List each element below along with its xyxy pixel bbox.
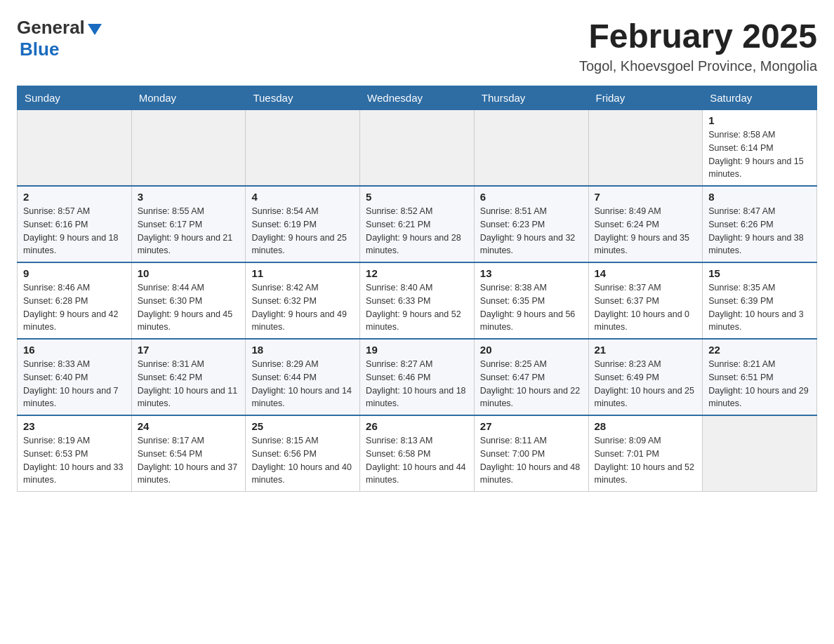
month-title: February 2025 <box>579 17 817 55</box>
day-info: Sunrise: 8:23 AMSunset: 6:49 PMDaylight:… <box>595 358 697 410</box>
calendar-cell: 22Sunrise: 8:21 AMSunset: 6:51 PMDayligh… <box>703 339 817 415</box>
day-info: Sunrise: 8:40 AMSunset: 6:33 PMDaylight:… <box>366 281 468 334</box>
day-number: 10 <box>138 267 240 279</box>
day-number: 12 <box>366 267 468 279</box>
day-info: Sunrise: 8:31 AMSunset: 6:42 PMDaylight:… <box>138 358 240 410</box>
calendar-cell: 20Sunrise: 8:25 AMSunset: 6:47 PMDayligh… <box>474 339 588 415</box>
calendar-cell: 27Sunrise: 8:11 AMSunset: 7:00 PMDayligh… <box>474 415 588 492</box>
day-info: Sunrise: 8:19 AMSunset: 6:53 PMDaylight:… <box>23 434 126 487</box>
weekday-header-thursday: Thursday <box>474 86 588 110</box>
day-info: Sunrise: 8:35 AMSunset: 6:39 PMDaylight:… <box>708 281 811 334</box>
day-number: 5 <box>366 191 468 203</box>
calendar-cell <box>18 110 132 187</box>
calendar-cell: 6Sunrise: 8:51 AMSunset: 6:23 PMDaylight… <box>474 186 588 262</box>
day-number: 1 <box>708 114 811 126</box>
day-info: Sunrise: 8:47 AMSunset: 6:26 PMDaylight:… <box>708 205 811 257</box>
calendar-cell: 16Sunrise: 8:33 AMSunset: 6:40 PMDayligh… <box>18 339 132 415</box>
day-number: 15 <box>708 267 811 279</box>
calendar-cell: 28Sunrise: 8:09 AMSunset: 7:01 PMDayligh… <box>588 415 703 492</box>
day-info: Sunrise: 8:46 AMSunset: 6:28 PMDaylight:… <box>23 281 126 334</box>
weekday-header-friday: Friday <box>588 86 703 110</box>
day-info: Sunrise: 8:37 AMSunset: 6:37 PMDaylight:… <box>595 281 697 334</box>
day-number: 3 <box>138 191 240 203</box>
day-info: Sunrise: 8:38 AMSunset: 6:35 PMDaylight:… <box>480 281 583 334</box>
calendar-cell <box>360 110 475 187</box>
day-info: Sunrise: 8:44 AMSunset: 6:30 PMDaylight:… <box>138 281 240 334</box>
weekday-header-wednesday: Wednesday <box>360 86 475 110</box>
calendar-cell: 26Sunrise: 8:13 AMSunset: 6:58 PMDayligh… <box>360 415 475 492</box>
logo: General Blue <box>17 17 102 60</box>
calendar-week-row: 1Sunrise: 8:58 AMSunset: 6:14 PMDaylight… <box>18 110 817 187</box>
calendar-cell: 21Sunrise: 8:23 AMSunset: 6:49 PMDayligh… <box>588 339 703 415</box>
day-info: Sunrise: 8:27 AMSunset: 6:46 PMDaylight:… <box>366 358 468 410</box>
weekday-header-tuesday: Tuesday <box>246 86 360 110</box>
day-info: Sunrise: 8:21 AMSunset: 6:51 PMDaylight:… <box>708 358 811 410</box>
calendar-cell: 23Sunrise: 8:19 AMSunset: 6:53 PMDayligh… <box>18 415 132 492</box>
calendar-week-row: 9Sunrise: 8:46 AMSunset: 6:28 PMDaylight… <box>18 262 817 339</box>
calendar-cell: 13Sunrise: 8:38 AMSunset: 6:35 PMDayligh… <box>474 262 588 339</box>
day-info: Sunrise: 8:29 AMSunset: 6:44 PMDaylight:… <box>251 358 354 410</box>
calendar-cell: 3Sunrise: 8:55 AMSunset: 6:17 PMDaylight… <box>131 186 246 262</box>
calendar-cell: 7Sunrise: 8:49 AMSunset: 6:24 PMDaylight… <box>588 186 703 262</box>
calendar-cell: 18Sunrise: 8:29 AMSunset: 6:44 PMDayligh… <box>246 339 360 415</box>
weekday-header-saturday: Saturday <box>703 86 817 110</box>
day-number: 28 <box>595 420 697 432</box>
logo-triangle-icon <box>88 24 102 35</box>
calendar-cell: 2Sunrise: 8:57 AMSunset: 6:16 PMDaylight… <box>18 186 132 262</box>
calendar-cell: 14Sunrise: 8:37 AMSunset: 6:37 PMDayligh… <box>588 262 703 339</box>
day-info: Sunrise: 8:57 AMSunset: 6:16 PMDaylight:… <box>23 205 126 257</box>
calendar-cell: 10Sunrise: 8:44 AMSunset: 6:30 PMDayligh… <box>131 262 246 339</box>
title-section: February 2025 Togol, Khoevsgoel Province… <box>579 17 817 74</box>
day-info: Sunrise: 8:54 AMSunset: 6:19 PMDaylight:… <box>251 205 354 257</box>
weekday-header-row: SundayMondayTuesdayWednesdayThursdayFrid… <box>18 86 817 110</box>
day-number: 2 <box>23 191 126 203</box>
calendar-cell: 4Sunrise: 8:54 AMSunset: 6:19 PMDaylight… <box>246 186 360 262</box>
calendar-cell <box>474 110 588 187</box>
day-number: 25 <box>251 420 354 432</box>
calendar-cell: 12Sunrise: 8:40 AMSunset: 6:33 PMDayligh… <box>360 262 475 339</box>
day-number: 27 <box>480 420 583 432</box>
day-info: Sunrise: 8:52 AMSunset: 6:21 PMDaylight:… <box>366 205 468 257</box>
calendar-week-row: 2Sunrise: 8:57 AMSunset: 6:16 PMDaylight… <box>18 186 817 262</box>
day-info: Sunrise: 8:58 AMSunset: 6:14 PMDaylight:… <box>708 128 811 181</box>
calendar-cell <box>703 415 817 492</box>
day-number: 17 <box>138 344 240 356</box>
day-number: 19 <box>366 344 468 356</box>
logo-general: General <box>17 17 85 39</box>
calendar-cell <box>588 110 703 187</box>
calendar-week-row: 23Sunrise: 8:19 AMSunset: 6:53 PMDayligh… <box>18 415 817 492</box>
day-info: Sunrise: 8:49 AMSunset: 6:24 PMDaylight:… <box>595 205 697 257</box>
day-info: Sunrise: 8:33 AMSunset: 6:40 PMDaylight:… <box>23 358 126 410</box>
day-number: 20 <box>480 344 583 356</box>
day-info: Sunrise: 8:09 AMSunset: 7:01 PMDaylight:… <box>595 434 697 487</box>
location-title: Togol, Khoevsgoel Province, Mongolia <box>579 58 817 74</box>
page-header: General Blue February 2025 Togol, Khoevs… <box>17 17 817 74</box>
calendar-cell <box>246 110 360 187</box>
day-info: Sunrise: 8:55 AMSunset: 6:17 PMDaylight:… <box>138 205 240 257</box>
day-info: Sunrise: 8:51 AMSunset: 6:23 PMDaylight:… <box>480 205 583 257</box>
day-number: 22 <box>708 344 811 356</box>
calendar-cell: 24Sunrise: 8:17 AMSunset: 6:54 PMDayligh… <box>131 415 246 492</box>
calendar-cell: 19Sunrise: 8:27 AMSunset: 6:46 PMDayligh… <box>360 339 475 415</box>
day-number: 23 <box>23 420 126 432</box>
calendar-cell: 17Sunrise: 8:31 AMSunset: 6:42 PMDayligh… <box>131 339 246 415</box>
calendar-cell <box>131 110 246 187</box>
day-number: 18 <box>251 344 354 356</box>
calendar-cell: 8Sunrise: 8:47 AMSunset: 6:26 PMDaylight… <box>703 186 817 262</box>
day-number: 26 <box>366 420 468 432</box>
calendar-cell: 1Sunrise: 8:58 AMSunset: 6:14 PMDaylight… <box>703 110 817 187</box>
day-number: 16 <box>23 344 126 356</box>
calendar-cell: 15Sunrise: 8:35 AMSunset: 6:39 PMDayligh… <box>703 262 817 339</box>
day-number: 11 <box>251 267 354 279</box>
calendar-cell: 9Sunrise: 8:46 AMSunset: 6:28 PMDaylight… <box>18 262 132 339</box>
day-number: 24 <box>138 420 240 432</box>
day-info: Sunrise: 8:17 AMSunset: 6:54 PMDaylight:… <box>138 434 240 487</box>
calendar-cell: 5Sunrise: 8:52 AMSunset: 6:21 PMDaylight… <box>360 186 475 262</box>
day-number: 7 <box>595 191 697 203</box>
day-number: 4 <box>251 191 354 203</box>
day-info: Sunrise: 8:15 AMSunset: 6:56 PMDaylight:… <box>251 434 354 487</box>
calendar-week-row: 16Sunrise: 8:33 AMSunset: 6:40 PMDayligh… <box>18 339 817 415</box>
day-number: 13 <box>480 267 583 279</box>
calendar-cell: 11Sunrise: 8:42 AMSunset: 6:32 PMDayligh… <box>246 262 360 339</box>
day-number: 6 <box>480 191 583 203</box>
